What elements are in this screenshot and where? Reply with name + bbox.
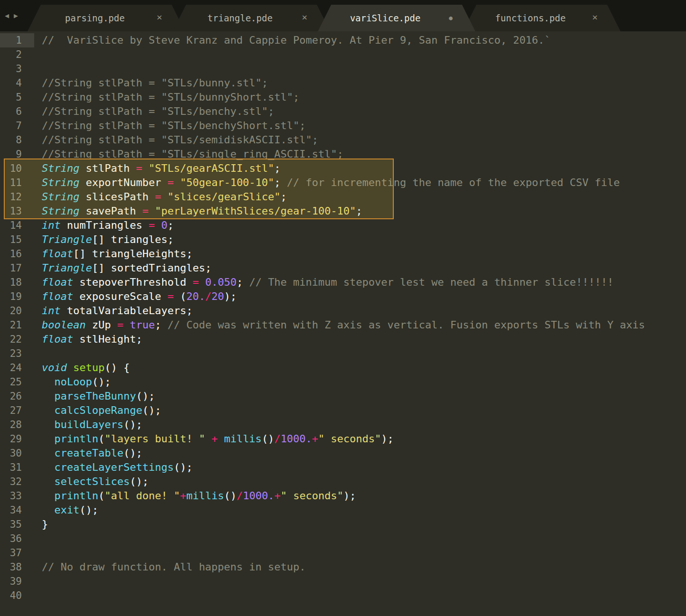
code-text — [34, 532, 42, 546]
line-number: 35 — [0, 517, 34, 532]
code-line[interactable]: 10String stlPath = "STLs/gearASCII.stl"; — [0, 161, 686, 176]
code-text: String slicesPath = "slices/gearSlice"; — [34, 190, 287, 204]
code-text: noLoop(); — [34, 375, 111, 389]
tab-label: parsing.pde — [65, 13, 148, 23]
code-line[interactable]: 20int totalVariableLayers; — [0, 304, 686, 318]
code-line[interactable]: 15Triangle[] triangles; — [0, 233, 686, 247]
code-line[interactable]: 9//String stlPath = "STLs/single_ring_AS… — [0, 147, 686, 161]
code-line[interactable]: 26 parseTheBunny(); — [0, 389, 686, 403]
code-line[interactable]: 22float stlHeight; — [0, 332, 686, 346]
code-text: parseTheBunny(); — [34, 389, 155, 403]
code-line[interactable]: 13String savePath = "perLayerWithSlices/… — [0, 204, 686, 218]
line-number: 38 — [0, 560, 34, 574]
editor-window: ◀ ▶ parsing.pde×triangle.pde×variSlice.p… — [0, 0, 686, 616]
code-line[interactable]: 40 — [0, 588, 686, 603]
code-line[interactable]: 36 — [0, 532, 686, 546]
code-line[interactable]: 35} — [0, 517, 686, 532]
code-text — [34, 588, 42, 603]
line-number: 24 — [0, 361, 34, 375]
tab-variSlice-pde[interactable]: variSlice.pde● — [318, 5, 475, 31]
line-number: 26 — [0, 389, 34, 403]
tab-nav-arrows: ◀ ▶ — [5, 11, 18, 20]
code-line[interactable]: 1// VariSlice by Steve Kranz and Cappie … — [0, 33, 686, 47]
line-number: 22 — [0, 332, 34, 346]
line-number: 20 — [0, 304, 34, 318]
nav-forward-icon[interactable]: ▶ — [14, 11, 18, 20]
line-number: 23 — [0, 346, 34, 361]
tab-triangle-pde[interactable]: triangle.pde× — [173, 5, 330, 31]
code-line[interactable]: 4//String stlPath = "STLs/bunny.stl"; — [0, 76, 686, 90]
code-text: Triangle[] sortedTriangles; — [34, 261, 212, 275]
tab-strip: parsing.pde×triangle.pde×variSlice.pde●f… — [28, 4, 608, 31]
close-icon[interactable]: × — [302, 12, 307, 22]
code-line[interactable]: 33 println("all done! "+millis()/1000.+"… — [0, 489, 686, 503]
code-line[interactable]: 3 — [0, 62, 686, 76]
code-editor[interactable]: 1// VariSlice by Steve Kranz and Cappie … — [0, 31, 686, 616]
code-line[interactable]: 14int numTriangles = 0; — [0, 218, 686, 233]
line-number: 31 — [0, 460, 34, 475]
code-line[interactable]: 39 — [0, 574, 686, 588]
code-line[interactable]: 24void setup() { — [0, 361, 686, 375]
code-text: // VariSlice by Steve Kranz and Cappie P… — [34, 33, 551, 47]
code-line[interactable]: 38// No draw function. All happens in se… — [0, 560, 686, 574]
code-line[interactable]: 17Triangle[] sortedTriangles; — [0, 261, 686, 275]
code-lines: 1// VariSlice by Steve Kranz and Cappie … — [0, 33, 686, 603]
code-text: void setup() { — [34, 361, 130, 375]
code-text: println("all done! "+millis()/1000.+" se… — [34, 489, 356, 503]
code-line[interactable]: 16float[] triangleHeights; — [0, 247, 686, 261]
code-text: buildLayers(); — [34, 418, 142, 432]
code-line[interactable]: 5//String stlPath = "STLs/bunnyShort.stl… — [0, 90, 686, 104]
code-text: //String stlPath = "STLs/semidiskASCII.s… — [34, 133, 318, 147]
code-line[interactable]: 23 — [0, 346, 686, 361]
code-line[interactable]: 28 buildLayers(); — [0, 418, 686, 432]
code-line[interactable]: 11String exportNumber = "50gear-100-10";… — [0, 176, 686, 190]
code-text: //String stlPath = "STLs/bunnyShort.stl"… — [34, 90, 299, 104]
code-line[interactable]: 8//String stlPath = "STLs/semidiskASCII.… — [0, 133, 686, 147]
line-number: 2 — [0, 47, 34, 62]
line-number: 17 — [0, 261, 34, 275]
line-number: 16 — [0, 247, 34, 261]
line-number: 13 — [0, 204, 34, 218]
code-line[interactable]: 27 calcSlopeRange(); — [0, 403, 686, 418]
code-text: int numTriangles = 0; — [34, 218, 174, 233]
code-text: createTable(); — [34, 446, 142, 460]
code-line[interactable]: 32 selectSlices(); — [0, 475, 686, 489]
code-line[interactable]: 7//String stlPath = "STLs/benchyShort.st… — [0, 119, 686, 133]
code-line[interactable]: 37 — [0, 546, 686, 560]
code-line[interactable]: 19float exposureScale = (20./20); — [0, 289, 686, 304]
code-text — [34, 574, 42, 588]
code-text: println("layers built! " + millis()/1000… — [34, 432, 394, 446]
code-line[interactable]: 6//String stlPath = "STLs/benchy.stl"; — [0, 104, 686, 119]
code-line[interactable]: 21boolean zUp = true; // Code was writte… — [0, 318, 686, 332]
tab-functions-pde[interactable]: functions.pde× — [463, 5, 621, 31]
line-number: 39 — [0, 574, 34, 588]
code-line[interactable]: 30 createTable(); — [0, 446, 686, 460]
close-icon[interactable]: × — [592, 12, 598, 22]
code-line[interactable]: 31 createLayerSettings(); — [0, 460, 686, 475]
code-line[interactable]: 12String slicesPath = "slices/gearSlice"… — [0, 190, 686, 204]
line-number: 25 — [0, 375, 34, 389]
code-line[interactable]: 18float stepoverThreshold = 0.050; // Th… — [0, 275, 686, 289]
line-number: 27 — [0, 403, 34, 418]
code-text: String exportNumber = "50gear-100-10"; /… — [34, 176, 620, 190]
code-line[interactable]: 2 — [0, 47, 686, 62]
line-number: 18 — [0, 275, 34, 289]
close-icon[interactable]: × — [157, 12, 162, 22]
code-text: float[] triangleHeights; — [34, 247, 193, 261]
line-number: 6 — [0, 104, 34, 119]
code-text: selectSlices(); — [34, 475, 148, 489]
code-text: calcSlopeRange(); — [34, 403, 161, 418]
tab-parsing-pde[interactable]: parsing.pde× — [28, 5, 185, 31]
tab-label: triangle.pde — [207, 13, 295, 23]
code-text — [34, 62, 42, 76]
code-line[interactable]: 34 exit(); — [0, 503, 686, 517]
code-line[interactable]: 29 println("layers built! " + millis()/1… — [0, 432, 686, 446]
code-text: //String stlPath = "STLs/bunny.stl"; — [34, 76, 268, 90]
line-number: 8 — [0, 133, 34, 147]
line-number: 5 — [0, 90, 34, 104]
tab-label: functions.pde — [495, 13, 589, 23]
code-line[interactable]: 25 noLoop(); — [0, 375, 686, 389]
line-number: 37 — [0, 546, 34, 560]
nav-back-icon[interactable]: ◀ — [5, 11, 9, 20]
code-text: } — [34, 517, 48, 532]
